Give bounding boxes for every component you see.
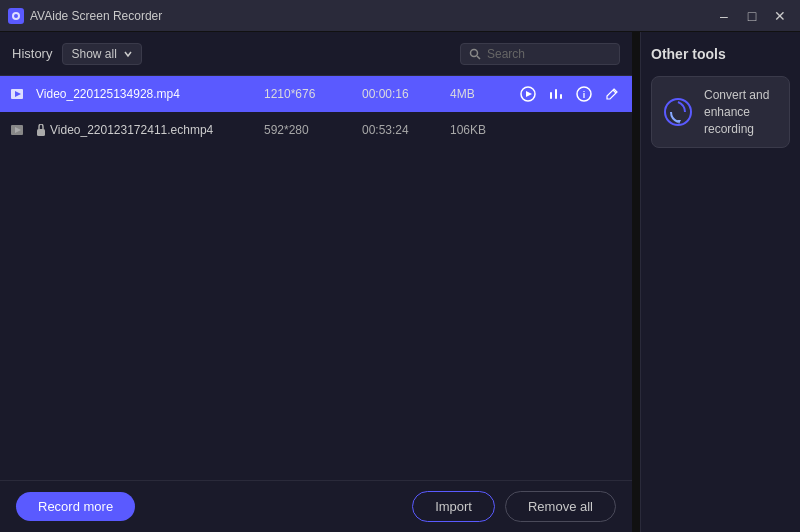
svg-text:i: i <box>583 90 586 100</box>
file-name: Video_220125134928.mp4 <box>36 87 256 101</box>
file-actions: i <box>518 84 632 104</box>
svg-point-3 <box>471 49 478 56</box>
search-box <box>460 43 620 65</box>
toolbar: History Show all <box>0 32 632 76</box>
titlebar: AVAide Screen Recorder – □ ✕ <box>0 0 800 32</box>
table-row[interactable]: Video_220125134928.mp4 1210*676 00:00:16… <box>0 76 632 112</box>
lock-icon <box>36 124 46 136</box>
play-button[interactable] <box>518 84 538 104</box>
sidebar: Other tools Convert and enhance recordin… <box>640 32 800 532</box>
remove-all-button[interactable]: Remove all <box>505 491 616 522</box>
maximize-button[interactable]: □ <box>740 6 764 26</box>
file-duration: 00:53:24 <box>362 123 442 137</box>
minimize-button[interactable]: – <box>712 6 736 26</box>
svg-point-2 <box>14 14 18 18</box>
file-resolution: 592*280 <box>264 123 354 137</box>
titlebar-controls: – □ ✕ <box>712 6 792 26</box>
svg-rect-10 <box>555 89 557 99</box>
titlebar-left: AVAide Screen Recorder <box>8 8 162 24</box>
file-size: 106KB <box>450 123 510 137</box>
edit-button[interactable] <box>602 84 622 104</box>
chevron-down-icon <box>123 49 133 59</box>
bottom-bar: Record more Import Remove all <box>0 480 632 532</box>
convert-tool-icon <box>662 96 694 128</box>
file-size: 4MB <box>450 87 510 101</box>
file-duration: 00:00:16 <box>362 87 442 101</box>
filter-value: Show all <box>71 47 116 61</box>
svg-rect-11 <box>560 94 562 99</box>
app-icon <box>8 8 24 24</box>
app-title: AVAide Screen Recorder <box>30 9 162 23</box>
convert-tool-card[interactable]: Convert and enhance recording <box>651 76 790 148</box>
search-icon <box>469 48 481 60</box>
video-thumbnail-icon <box>10 85 28 103</box>
video-thumbnail-icon <box>10 121 28 139</box>
history-label: History <box>12 46 52 61</box>
search-input[interactable] <box>487 47 607 61</box>
convert-tool-label: Convert and enhance recording <box>704 87 779 137</box>
filter-dropdown[interactable]: Show all <box>62 43 141 65</box>
table-row[interactable]: Video_220123172411.echmp4 592*280 00:53:… <box>0 112 632 148</box>
close-button[interactable]: ✕ <box>768 6 792 26</box>
file-resolution: 1210*676 <box>264 87 354 101</box>
file-name: Video_220123172411.echmp4 <box>36 123 256 137</box>
file-list: Video_220125134928.mp4 1210*676 00:00:16… <box>0 76 632 480</box>
stats-button[interactable] <box>546 84 566 104</box>
svg-line-4 <box>477 56 480 59</box>
info-button[interactable]: i <box>574 84 594 104</box>
svg-rect-9 <box>550 92 552 99</box>
scrollbar[interactable] <box>632 32 640 532</box>
import-button[interactable]: Import <box>412 491 495 522</box>
content-area: History Show all <box>0 32 632 532</box>
svg-rect-27 <box>37 129 45 136</box>
svg-marker-8 <box>526 91 532 97</box>
sidebar-title: Other tools <box>651 46 790 62</box>
record-more-button[interactable]: Record more <box>16 492 135 521</box>
main-wrapper: History Show all <box>0 32 800 532</box>
